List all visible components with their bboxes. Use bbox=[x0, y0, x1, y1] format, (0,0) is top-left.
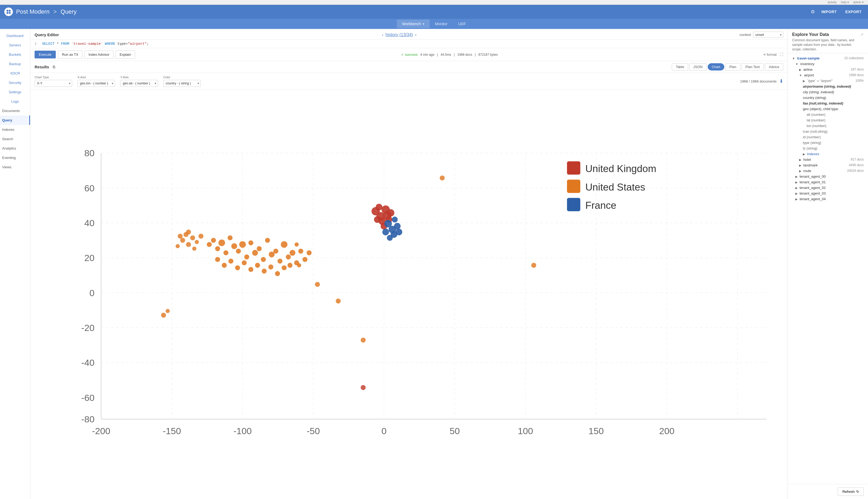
sidebar-item-eventing[interactable]: Eventing bbox=[0, 153, 30, 162]
index-advisor-button[interactable]: Index Advisor bbox=[84, 50, 113, 59]
svg-rect-119 bbox=[567, 198, 580, 211]
tree-toggle-travel-sample[interactable]: ▼ bbox=[792, 57, 795, 60]
tree-item-hotel[interactable]: ▶ hotel 917 docs bbox=[788, 157, 868, 162]
expand-panel-icon[interactable]: ⤢ bbox=[860, 32, 864, 36]
history-link[interactable]: history (13/34) bbox=[385, 33, 413, 37]
tree-toggle-tenant-00[interactable]: ▶ bbox=[795, 175, 797, 178]
format-button[interactable]: ≡ format bbox=[764, 52, 776, 57]
sidebar-item-analytics[interactable]: Analytics bbox=[0, 144, 30, 153]
tab-chart[interactable]: Chart bbox=[708, 63, 724, 71]
svg-point-60 bbox=[249, 240, 254, 245]
svg-point-104 bbox=[382, 229, 389, 235]
tree-toggle-type-filter[interactable]: ▶ bbox=[803, 79, 805, 83]
run-as-tx-button[interactable]: Run as TX bbox=[58, 50, 82, 59]
tree-toggle-tenant-04[interactable]: ▶ bbox=[795, 197, 797, 201]
tree-item-airport[interactable]: ▼ airport 1968 docs bbox=[788, 72, 868, 78]
svg-point-50 bbox=[207, 242, 212, 247]
sidebar-item-search[interactable]: Search bbox=[0, 134, 30, 144]
tree-toggle-tenant-01[interactable]: ▶ bbox=[795, 181, 797, 184]
history-prev-icon[interactable]: ‹ bbox=[382, 33, 383, 37]
admin-link[interactable]: admin ▾ bbox=[853, 1, 864, 4]
tree-label-alt: alt (number) bbox=[807, 112, 825, 117]
sidebar-item-backup[interactable]: Backup bbox=[0, 59, 30, 69]
svg-point-77 bbox=[249, 267, 254, 272]
tab-table[interactable]: Table bbox=[672, 63, 688, 71]
execute-button[interactable]: Execute bbox=[35, 51, 56, 58]
tree-toggle-inventory[interactable]: ▼ bbox=[795, 62, 798, 66]
svg-point-48 bbox=[198, 234, 204, 239]
right-panel: Explore Your Data Common document types,… bbox=[787, 29, 868, 499]
sidebar-item-buckets[interactable]: Buckets bbox=[0, 50, 30, 59]
color-select[interactable]: country - ( string ) geo.lon - ( number … bbox=[163, 80, 201, 87]
nav-workbench[interactable]: Workbench bbox=[397, 20, 430, 28]
svg-point-82 bbox=[282, 265, 287, 270]
history-next-icon[interactable]: › bbox=[415, 33, 417, 37]
tree-label-type-field: type (string) bbox=[803, 141, 821, 145]
tree-count-travel-sample: 15 collections bbox=[844, 56, 864, 60]
tree-toggle-tenant-02[interactable]: ▶ bbox=[795, 186, 797, 190]
tree-item-tenant-04[interactable]: ▶ tenant_agent_04 bbox=[788, 196, 868, 202]
tree-toggle-airline[interactable]: ▶ bbox=[799, 68, 801, 71]
tree-toggle-indexes[interactable]: ▶ bbox=[803, 153, 805, 156]
tree-item-tenant-01[interactable]: ▶ tenant_agent_01 bbox=[788, 179, 868, 185]
export-button[interactable]: EXPORT bbox=[843, 9, 864, 15]
download-chart-button[interactable]: ⬇ bbox=[779, 78, 783, 84]
copy-results-icon[interactable]: ⎘ bbox=[53, 65, 55, 69]
help-link[interactable]: help ▾ bbox=[841, 1, 849, 4]
tree-item-tenant-00[interactable]: ▶ tenant_agent_00 bbox=[788, 174, 868, 179]
app-logo[interactable] bbox=[4, 8, 13, 16]
y-axis-select[interactable]: geo.lat - ( number ) geo.lon - ( number … bbox=[120, 80, 158, 87]
gear-icon[interactable]: ⚙ bbox=[811, 9, 815, 15]
tab-plan[interactable]: Plan bbox=[725, 63, 740, 71]
sidebar-item-indexes[interactable]: Indexes bbox=[0, 125, 30, 134]
chart-type-select[interactable]: X-Y Bar Line bbox=[35, 80, 72, 87]
tab-plan-text[interactable]: Plan Text bbox=[742, 63, 764, 71]
tree-item-travel-sample[interactable]: ▼ travel-sample 15 collections bbox=[788, 56, 868, 61]
tree-toggle-airport[interactable]: ▼ bbox=[799, 74, 802, 77]
sidebar-item-logs[interactable]: Logs bbox=[0, 97, 30, 106]
tree-item-alt: alt (number) bbox=[788, 112, 868, 117]
tree-item-tenant-02[interactable]: ▶ tenant_agent_02 bbox=[788, 185, 868, 191]
right-panel-header: Explore Your Data Common document types,… bbox=[788, 29, 868, 53]
tree-toggle-landmark[interactable]: ▶ bbox=[799, 164, 801, 167]
import-button[interactable]: IMPORT bbox=[819, 9, 839, 15]
tree-item-tenant-03[interactable]: ▶ tenant_agent_03 bbox=[788, 191, 868, 196]
sidebar-item-dashboard[interactable]: Dashboard bbox=[0, 31, 30, 40]
tree-item-airline[interactable]: ▶ airline 187 docs bbox=[788, 67, 868, 72]
sidebar-item-settings[interactable]: Settings bbox=[0, 87, 30, 97]
tree-toggle-hotel[interactable]: ▶ bbox=[799, 158, 801, 161]
sidebar-section-documents[interactable]: Documents bbox=[0, 106, 30, 115]
tree-toggle-tenant-03[interactable]: ▶ bbox=[795, 192, 797, 195]
svg-point-70 bbox=[290, 250, 296, 256]
nav-udf[interactable]: UDF bbox=[453, 20, 471, 28]
refresh-button[interactable]: Refresh ↻ bbox=[838, 487, 864, 496]
sidebar-item-views[interactable]: Views bbox=[0, 162, 30, 172]
tree-item-indexes[interactable]: ▶ Indexes bbox=[788, 151, 868, 157]
tab-json[interactable]: JSON bbox=[689, 63, 707, 71]
tree-item-route[interactable]: ▶ route 24024 docs bbox=[788, 168, 868, 174]
sidebar-item-servers[interactable]: Servers bbox=[0, 40, 30, 50]
svg-rect-3 bbox=[9, 12, 11, 14]
context-select[interactable]: unset travel-sample bbox=[753, 32, 783, 38]
tab-advice[interactable]: Advice bbox=[765, 63, 783, 71]
svg-text:-200: -200 bbox=[92, 426, 110, 436]
tree-item-inventory[interactable]: ▼ inventory bbox=[788, 61, 868, 67]
nav-monitor[interactable]: Monitor bbox=[430, 20, 453, 28]
code-editor[interactable]: 1 SELECT * FROM `travel-sample` WHERE ty… bbox=[30, 40, 787, 48]
tree-item-type-filter[interactable]: ▶ `type` = "airport" 100% bbox=[788, 78, 868, 84]
svg-text:-20: -20 bbox=[81, 322, 94, 333]
right-panel-title: Explore Your Data bbox=[792, 32, 860, 37]
sidebar-item-security[interactable]: Security bbox=[0, 78, 30, 87]
expand-icon[interactable]: ⛶ bbox=[780, 52, 783, 57]
x-axis-select[interactable]: geo.lon - ( number ) geo.lat - ( number … bbox=[77, 80, 115, 87]
tree-item-city: city (string, indexed) bbox=[788, 89, 868, 95]
tree-label-faa: faa (null,string, indexed) bbox=[803, 101, 843, 105]
tree-item-landmark[interactable]: ▶ landmark 4495 docs bbox=[788, 162, 868, 168]
svg-point-55 bbox=[228, 235, 233, 240]
sidebar-item-query[interactable]: Query bbox=[0, 115, 30, 125]
explain-button[interactable]: Explain bbox=[116, 50, 135, 59]
top-bar-actions: ⚙ IMPORT EXPORT bbox=[811, 9, 864, 15]
tree-toggle-route[interactable]: ▶ bbox=[799, 169, 801, 173]
sidebar-item-xdcr[interactable]: XDCR bbox=[0, 69, 30, 78]
activity-link[interactable]: activity bbox=[828, 1, 837, 4]
